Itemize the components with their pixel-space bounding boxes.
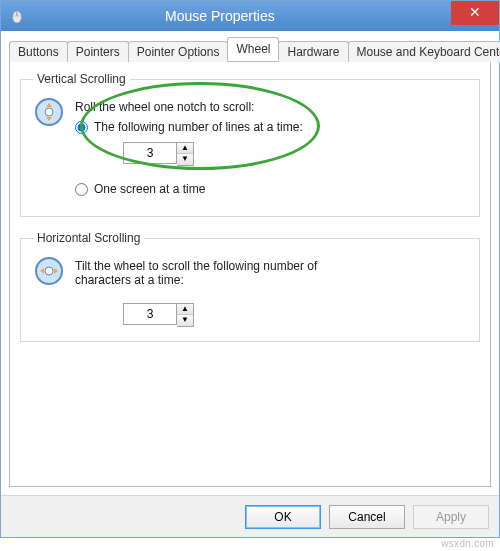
- svg-point-5: [45, 267, 53, 275]
- vertical-scrolling-group: Vertical Scrolling Roll the wheel one no…: [20, 72, 480, 217]
- radio-lines-at-a-time[interactable]: The following number of lines at a time:: [75, 120, 467, 134]
- titlebar: Mouse Properties ✕: [1, 1, 499, 31]
- close-icon: ✕: [469, 4, 481, 20]
- horizontal-scrolling-group: Horizontal Scrolling Tilt the wheel to s…: [20, 231, 480, 342]
- chars-spinner: ▲ ▼: [123, 303, 194, 327]
- radio-one-screen[interactable]: One screen at a time: [75, 182, 467, 196]
- lines-spinner-down[interactable]: ▼: [177, 154, 193, 165]
- chars-spinner-up[interactable]: ▲: [177, 304, 193, 315]
- tab-strip: Buttons Pointers Pointer Options Wheel H…: [9, 37, 491, 61]
- mouse-icon: [9, 8, 25, 24]
- ok-button[interactable]: OK: [245, 505, 321, 529]
- tab-mouse-keyboard-center[interactable]: Mouse and Keyboard Center: [348, 41, 501, 62]
- content-area: Buttons Pointers Pointer Options Wheel H…: [1, 31, 499, 495]
- mouse-properties-window: Mouse Properties ✕ Buttons Pointers Poin…: [0, 0, 500, 538]
- tab-pointers[interactable]: Pointers: [67, 41, 129, 62]
- radio-lines-label: The following number of lines at a time:: [94, 120, 303, 134]
- cancel-button[interactable]: Cancel: [329, 505, 405, 529]
- svg-point-3: [45, 108, 53, 116]
- radio-one-screen-input[interactable]: [75, 183, 88, 196]
- vertical-intro-text: Roll the wheel one notch to scroll:: [75, 100, 467, 114]
- apply-button: Apply: [413, 505, 489, 529]
- tab-pointer-options[interactable]: Pointer Options: [128, 41, 229, 62]
- lines-spinner: ▲ ▼: [123, 142, 194, 166]
- tab-hardware[interactable]: Hardware: [278, 41, 348, 62]
- vertical-scrolling-legend: Vertical Scrolling: [33, 72, 130, 86]
- lines-spinner-up[interactable]: ▲: [177, 143, 193, 154]
- horizontal-scrolling-legend: Horizontal Scrolling: [33, 231, 144, 245]
- horizontal-intro-text: Tilt the wheel to scroll the following n…: [75, 259, 335, 287]
- dialog-button-bar: OK Cancel Apply: [1, 495, 499, 537]
- radio-one-screen-label: One screen at a time: [94, 182, 205, 196]
- tab-buttons[interactable]: Buttons: [9, 41, 68, 62]
- chars-spinner-down[interactable]: ▼: [177, 315, 193, 326]
- window-title: Mouse Properties: [165, 8, 275, 24]
- svg-rect-1: [17, 12, 18, 16]
- radio-lines-input[interactable]: [75, 121, 88, 134]
- watermark-text: wsxdn.com: [441, 538, 494, 549]
- wheel-vertical-icon: [33, 96, 65, 128]
- lines-spinner-input[interactable]: [123, 142, 177, 164]
- tab-panel-wheel: Vertical Scrolling Roll the wheel one no…: [9, 61, 491, 487]
- wheel-horizontal-icon: [33, 255, 65, 287]
- chars-spinner-input[interactable]: [123, 303, 177, 325]
- tab-wheel[interactable]: Wheel: [227, 37, 279, 61]
- close-button[interactable]: ✕: [451, 1, 499, 25]
